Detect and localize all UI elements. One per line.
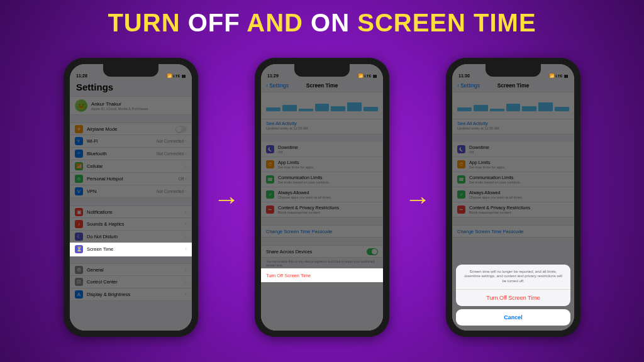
row-label: Always Allowed [469, 190, 523, 195]
nav-bar: ‹ Settings Screen Time [452, 79, 574, 92]
option-row-communication-limits[interactable]: ☎Communication LimitsSet limits based on… [261, 172, 383, 187]
row-sublabel: Block inappropriate content. [469, 211, 530, 214]
row-label: Content & Privacy Restrictions [469, 205, 530, 211]
row-value: Not Connected [157, 189, 184, 194]
option-row-always-allowed[interactable]: ✓Always AllowedChoose apps you want at a… [452, 187, 574, 202]
option-row-communication-limits[interactable]: ☎Communication LimitsSet limits based on… [452, 172, 574, 187]
nav-title: Screen Time [306, 82, 338, 89]
settings-row-screen-time[interactable]: ⏳Screen Time› [70, 243, 192, 256]
turn-off-screentime-button[interactable]: Turn Off Screen Time [456, 290, 570, 306]
row-label: Sounds & Haptics [87, 221, 185, 227]
change-passcode-row[interactable]: Change Screen Time Passcode [452, 225, 574, 238]
row-icon: ✓ [266, 190, 274, 199]
chevron-right-icon: › [185, 267, 187, 273]
status-bar: 11:28 📶 LTE ▮▮ [70, 64, 192, 79]
arrow-icon: → [213, 184, 240, 214]
nav-bar: ‹ Settings Screen Time [261, 79, 383, 92]
row-icon: V [75, 187, 83, 195]
row-label: VPN [87, 189, 157, 194]
row-label: Communication Limits [469, 175, 521, 180]
row-label: Do Not Disturb [87, 234, 185, 239]
status-time: 11:30 [458, 74, 470, 78]
option-row-app-limits[interactable]: ⏱App LimitsSet time limits for apps. [452, 157, 574, 172]
status-indicators: 📶 LTE ▮▮ [167, 74, 186, 78]
activity-chart [261, 92, 383, 119]
settings-row-bluetooth[interactable]: ⌔BluetoothNot Connected› [70, 148, 192, 160]
option-row-content-privacy-restrictions[interactable]: ⛔Content & Privacy RestrictionsBlock ina… [261, 202, 383, 217]
settings-title: Settings [70, 79, 192, 96]
row-sublabel: Block inappropriate content. [278, 211, 339, 214]
row-label: Communication Limits [278, 175, 330, 180]
status-indicators: 📶 LTE ▮▮ [550, 74, 568, 78]
chevron-right-icon: › [185, 209, 187, 215]
row-sublabel: Set limits based on your contacts. [469, 180, 521, 184]
activity-chart [452, 92, 574, 119]
option-row-content-privacy-restrictions[interactable]: ⛔Content & Privacy RestrictionsBlock ina… [452, 202, 574, 217]
row-icon: ⛔ [266, 206, 274, 214]
row-value: Not Connected [157, 139, 184, 143]
avatar: 🐸 [75, 99, 87, 112]
row-label: Notifications [87, 209, 185, 215]
row-icon: ⌔ [75, 150, 83, 158]
settings-row-control-center[interactable]: ⊟Control Center› [70, 276, 192, 288]
row-icon: ⚙ [75, 266, 83, 274]
settings-row-airplane-mode[interactable]: ✈Airplane Mode [70, 123, 192, 135]
row-icon: ⏳ [75, 245, 83, 253]
row-icon: ☾ [75, 233, 83, 241]
settings-row-notifications[interactable]: ▣Notifications› [70, 206, 192, 218]
back-button[interactable]: ‹ Settings [266, 82, 289, 89]
row-value: Off [179, 177, 184, 181]
settings-row-do-not-disturb[interactable]: ☾Do Not Disturb› [70, 231, 192, 243]
share-note: You can enable this on any device signed… [261, 258, 383, 269]
screentime-screen: 11:29 📶 LTE ▮▮ ‹ Settings Screen Time Se… [261, 64, 383, 331]
settings-row-personal-hotspot[interactable]: ⎋Personal HotspotOff› [70, 173, 192, 185]
row-icon: 📶 [75, 162, 83, 170]
row-label: App Limits [278, 160, 314, 165]
settings-row-general[interactable]: ⚙General› [70, 263, 192, 276]
chevron-right-icon: › [185, 292, 187, 297]
row-icon: ⏾ [457, 145, 465, 153]
row-label: General [87, 267, 185, 273]
profile-name: Ankur Thakur [91, 101, 148, 107]
cancel-button[interactable]: Cancel [456, 309, 570, 326]
see-all-activity-row[interactable]: See All Activity Updated today at 11:30 … [452, 119, 574, 134]
row-label: Content & Privacy Restrictions [278, 205, 339, 211]
row-sublabel: Off [278, 150, 298, 154]
see-all-activity-row[interactable]: See All Activity Updated today at 11:29 … [261, 119, 383, 134]
chevron-right-icon: › [185, 176, 187, 182]
row-icon: ☎ [266, 175, 274, 184]
status-time: 11:29 [267, 74, 279, 78]
chevron-right-icon: › [185, 138, 187, 144]
row-sublabel: Set limits based on your contacts. [278, 180, 330, 184]
settings-row-vpn[interactable]: VVPNNot Connected› [70, 185, 192, 198]
status-bar: 11:29 📶 LTE ▮▮ [261, 64, 383, 79]
row-icon: A [75, 290, 83, 299]
option-row-app-limits[interactable]: ⏱App LimitsSet time limits for apps. [261, 157, 383, 172]
row-label: Always Allowed [278, 190, 331, 195]
share-across-devices-row[interactable]: Share Across Devices [261, 245, 383, 258]
settings-row-cellular[interactable]: 📶Cellular› [70, 160, 192, 173]
row-sublabel: Set time limits for apps. [278, 165, 314, 169]
row-icon: ☎ [457, 175, 465, 184]
back-button[interactable]: ‹ Settings [457, 82, 480, 89]
row-icon: ⊟ [75, 278, 83, 286]
settings-row-wi-fi[interactable]: ᯤWi-FiNot Connected› [70, 135, 192, 148]
settings-row-display-brightness[interactable]: ADisplay & Brightness› [70, 288, 192, 301]
option-row-downtime[interactable]: ⏾DowntimeOff [452, 142, 574, 157]
toggle-off-icon[interactable] [175, 126, 187, 133]
row-label: Cellular [87, 163, 185, 169]
row-icon: ⏱ [266, 160, 274, 168]
row-label: Bluetooth [87, 151, 157, 156]
settings-row-sounds-haptics[interactable]: ♪Sounds & Haptics› [70, 218, 192, 231]
status-bar: 11:30 📶 LTE ▮▮ [452, 64, 574, 79]
status-indicators: 📶 LTE ▮▮ [358, 74, 377, 78]
profile-sub: Apple ID, iCloud, Media & Purchases [91, 107, 148, 111]
option-row-downtime[interactable]: ⏾DowntimeOff [261, 142, 383, 157]
apple-id-row[interactable]: 🐸 Ankur Thakur Apple ID, iCloud, Media &… [70, 96, 192, 115]
turn-off-screentime-row[interactable]: Turn Off Screen Time [261, 269, 383, 282]
toggle-on-icon[interactable] [367, 248, 378, 255]
chevron-right-icon: › [185, 221, 187, 227]
change-passcode-row[interactable]: Change Screen Time Passcode [261, 225, 383, 238]
option-row-always-allowed[interactable]: ✓Always AllowedChoose apps you want at a… [261, 187, 383, 202]
screentime-screen-actionsheet: 11:30 📶 LTE ▮▮ ‹ Settings Screen Time Se… [452, 64, 574, 331]
